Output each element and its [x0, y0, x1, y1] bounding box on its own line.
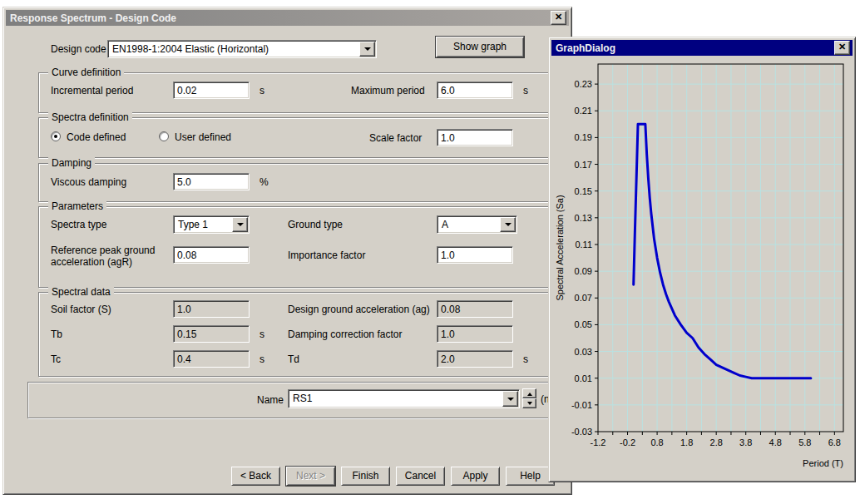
- svg-text:-0.03: -0.03: [571, 427, 592, 437]
- importance-factor-label: Importance factor: [288, 250, 365, 261]
- response-spectrum-dialog: Response Spectrum - Design Code ✕ Design…: [2, 7, 572, 495]
- viscous-damping-label: Viscous damping: [51, 176, 126, 188]
- graph-title-bar[interactable]: GraphDialog: [551, 40, 853, 56]
- finish-button[interactable]: Finish: [341, 467, 390, 486]
- radio-code-defined-icon[interactable]: [51, 131, 61, 141]
- spinner-down-icon[interactable]: [522, 398, 536, 408]
- graph-dialog-title: GraphDialog: [556, 42, 615, 54]
- incremental-period-unit: s: [259, 85, 264, 96]
- maximum-period-input[interactable]: [437, 82, 513, 99]
- tb-unit: s: [259, 329, 264, 340]
- spectral-data-title: Spectral data: [48, 286, 114, 298]
- svg-text:Period (T): Period (T): [803, 458, 843, 468]
- svg-text:0.03: 0.03: [575, 347, 592, 357]
- spectra-definition-title: Spectra definition: [48, 111, 132, 123]
- design-code-label: Design code: [51, 43, 106, 55]
- spectra-type-label: Spectra type: [51, 219, 106, 230]
- chart-area: -1.2-0.20.81.82.83.84.85.86.80.230.210.1…: [551, 56, 853, 479]
- td-field: [437, 350, 513, 368]
- ref-pga-input[interactable]: [173, 246, 250, 264]
- svg-text:0.05: 0.05: [575, 319, 592, 329]
- svg-text:-0.01: -0.01: [571, 400, 592, 410]
- svg-text:0.01: 0.01: [575, 373, 592, 383]
- svg-text:0.07: 0.07: [575, 293, 592, 303]
- dialog-title: Response Spectrum - Design Code: [10, 12, 176, 24]
- radio-code-defined-label[interactable]: Code defined: [67, 131, 126, 143]
- parameters-title: Parameters: [48, 200, 106, 212]
- show-graph-button[interactable]: Show graph: [436, 37, 524, 57]
- soil-factor-label: Soil factor (S): [51, 304, 111, 315]
- chevron-down-icon[interactable]: [500, 217, 516, 232]
- tc-label: Tc: [51, 353, 61, 365]
- viscous-damping-input[interactable]: [173, 173, 250, 190]
- spectra-type-select[interactable]: Type 1: [173, 215, 250, 234]
- close-icon[interactable]: ✕: [551, 11, 566, 25]
- back-button[interactable]: < Back: [231, 467, 280, 486]
- name-value: RS1: [293, 393, 312, 404]
- svg-text:1.8: 1.8: [680, 437, 693, 447]
- svg-text:2.8: 2.8: [710, 437, 723, 447]
- spectra-type-value: Type 1: [178, 219, 208, 230]
- ground-type-value: A: [442, 219, 448, 230]
- viscous-damping-unit: %: [259, 176, 269, 188]
- design-ground-accel-label: Design ground acceleration (ag): [288, 304, 430, 315]
- svg-text:Spectral Acceleration (Sa): Spectral Acceleration (Sa): [555, 195, 565, 300]
- svg-text:0.17: 0.17: [575, 160, 592, 170]
- tb-field: [173, 325, 250, 343]
- svg-text:0.19: 0.19: [575, 132, 592, 142]
- svg-text:0.11: 0.11: [575, 240, 592, 250]
- svg-text:-0.2: -0.2: [620, 437, 635, 447]
- td-unit: s: [523, 353, 528, 365]
- svg-text:4.8: 4.8: [769, 437, 782, 447]
- svg-text:0.13: 0.13: [575, 213, 592, 223]
- chevron-down-icon[interactable]: [232, 217, 248, 232]
- damping-correction-field: [437, 325, 513, 343]
- damping-title: Damping: [48, 157, 95, 169]
- cancel-button[interactable]: Cancel: [396, 467, 445, 486]
- design-ground-accel-field: [437, 300, 513, 318]
- tc-unit: s: [259, 353, 264, 365]
- ground-type-label: Ground type: [288, 219, 343, 230]
- radio-user-defined-icon[interactable]: [159, 131, 169, 141]
- radio-user-defined-label[interactable]: User defined: [175, 131, 231, 143]
- scale-factor-label: Scale factor: [369, 132, 422, 144]
- chevron-down-icon[interactable]: [359, 42, 375, 57]
- svg-text:3.8: 3.8: [739, 437, 752, 447]
- svg-text:0.15: 0.15: [575, 186, 592, 196]
- name-label: Name: [217, 394, 284, 406]
- name-select[interactable]: RS1: [288, 389, 520, 408]
- maximum-period-label: Maximum period: [351, 85, 425, 96]
- close-icon[interactable]: ✕: [834, 41, 850, 55]
- svg-text:0.8: 0.8: [650, 437, 663, 447]
- next-button: Next >: [286, 467, 335, 486]
- incremental-period-input[interactable]: [173, 82, 250, 99]
- title-bar[interactable]: Response Spectrum - Design Code: [6, 10, 569, 26]
- svg-text:5.8: 5.8: [798, 437, 811, 447]
- svg-text:0.21: 0.21: [575, 106, 592, 116]
- design-code-select[interactable]: EN1998-1:2004 Elastic (Horizontal): [107, 40, 377, 58]
- scale-factor-input[interactable]: [437, 129, 513, 146]
- spinner-up-icon[interactable]: [522, 388, 536, 398]
- incremental-period-label: Incremental period: [51, 85, 133, 96]
- maximum-period-unit: s: [523, 85, 528, 96]
- svg-text:6.8: 6.8: [828, 437, 841, 447]
- design-code-value: EN1998-1:2004 Elastic (Horizontal): [112, 43, 269, 55]
- spectrum-chart: -1.2-0.20.81.82.83.84.85.86.80.230.210.1…: [551, 56, 853, 479]
- graph-dialog-window: GraphDialog ✕ -1.2-0.20.81.82.83.84.85.8…: [548, 37, 856, 482]
- importance-factor-input[interactable]: [437, 246, 513, 264]
- ref-pga-label: Reference peak ground acceleration (agR): [51, 245, 174, 268]
- svg-text:0.23: 0.23: [575, 79, 592, 89]
- curve-definition-title: Curve definition: [48, 67, 124, 78]
- tb-label: Tb: [51, 329, 62, 340]
- apply-button[interactable]: Apply: [451, 467, 500, 486]
- damping-correction-label: Damping correction factor: [288, 329, 402, 340]
- soil-factor-field: [173, 300, 250, 318]
- ground-type-select[interactable]: A: [437, 215, 517, 234]
- chevron-down-icon[interactable]: [502, 391, 518, 407]
- td-label: Td: [288, 353, 299, 365]
- tc-field: [173, 350, 250, 368]
- svg-text:-1.2: -1.2: [591, 437, 606, 447]
- svg-text:0.09: 0.09: [575, 266, 592, 276]
